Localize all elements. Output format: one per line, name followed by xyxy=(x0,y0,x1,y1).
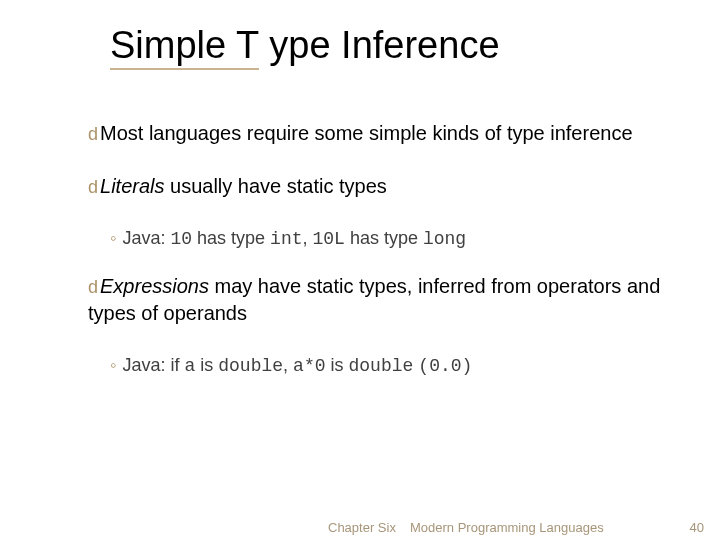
subbullet-3-code-5: (0.0) xyxy=(418,356,472,376)
bullet-3: dExpressions may have static types, infe… xyxy=(88,273,668,327)
subbullet-2-code-2: int xyxy=(270,229,302,249)
subbullet-marker-icon: ◦ xyxy=(110,226,116,250)
subbullet-3: ◦Java: if a is double, a*0 is double (0.… xyxy=(110,353,668,378)
slide: Simple Type Inference dMost languages re… xyxy=(0,0,720,540)
subbullet-3-code-2: double xyxy=(218,356,283,376)
subbullet-3-t1: Java: if xyxy=(122,355,184,375)
bullet-marker-icon: d xyxy=(88,275,98,299)
bullet-1: dMost languages require some simple kind… xyxy=(88,120,668,147)
bullet-2-text: usually have static types xyxy=(165,175,387,197)
bullet-1-text: Most languages require some simple kinds… xyxy=(100,122,633,144)
footer-chapter: Chapter Six xyxy=(328,520,396,535)
subbullet-3-t4: is xyxy=(325,355,348,375)
title-part-a: Simple T xyxy=(110,24,259,70)
subbullet-3-code-1: a xyxy=(184,356,195,376)
subbullet-marker-icon: ◦ xyxy=(110,353,116,377)
subbullet-2-code-3: 10L xyxy=(313,229,345,249)
bullet-marker-icon: d xyxy=(88,175,98,199)
footer-book-title: Modern Programming Languages xyxy=(410,520,604,535)
subbullet-2-t4: has type xyxy=(345,228,423,248)
subbullet-2-t1: Java: xyxy=(122,228,170,248)
subbullet-3-code-3: a*0 xyxy=(293,356,325,376)
subbullet-2-t3: , xyxy=(302,228,312,248)
subbullet-3-t3: , xyxy=(283,355,293,375)
title-part-b: ype Inference xyxy=(269,24,499,66)
subbullet-2-code-1: 10 xyxy=(170,229,192,249)
bullet-2-keyword: Literals xyxy=(100,175,164,197)
slide-title: Simple Type Inference xyxy=(110,24,500,67)
bullet-marker-icon: d xyxy=(88,122,98,146)
slide-body: dMost languages require some simple kind… xyxy=(88,120,668,401)
bullet-2: dLiterals usually have static types xyxy=(88,173,668,200)
bullet-3-keyword: Expressions xyxy=(100,275,209,297)
subbullet-3-t2: is xyxy=(195,355,218,375)
subbullet-2-code-4: long xyxy=(423,229,466,249)
subbullet-2-t2: has type xyxy=(192,228,270,248)
subbullet-2: ◦Java: 10 has type int, 10L has type lon… xyxy=(110,226,668,251)
subbullet-3-code-4: double xyxy=(349,356,414,376)
footer-page-number: 40 xyxy=(690,520,704,535)
